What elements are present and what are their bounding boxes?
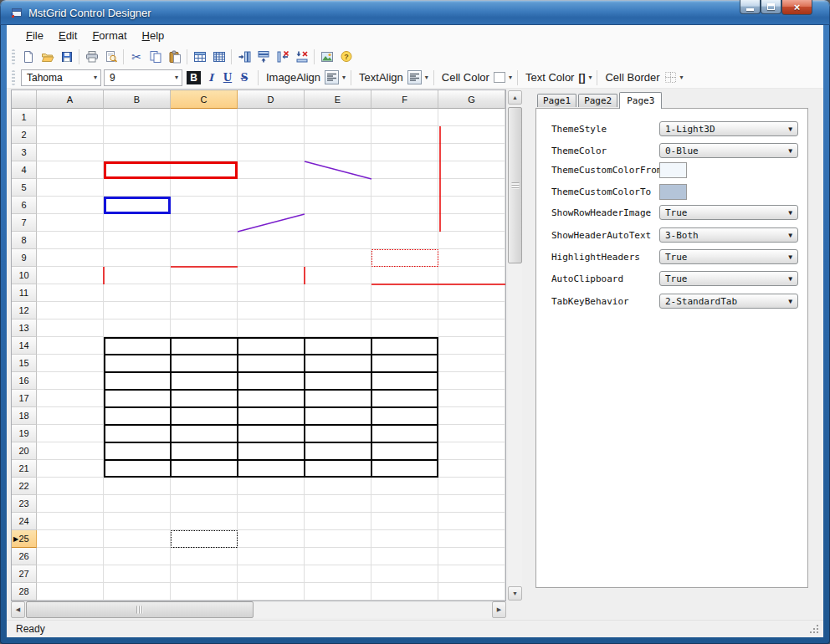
grid-cell-G5[interactable] — [438, 179, 505, 197]
grid-cell-D9[interactable] — [238, 249, 305, 267]
grid-cell-B12[interactable] — [104, 302, 171, 319]
row-header-22[interactable]: 22 — [12, 478, 37, 495]
grid-cell-A28[interactable] — [37, 583, 104, 601]
grid-cell-B22[interactable] — [104, 478, 171, 495]
grid-cell-E23[interactable] — [305, 495, 371, 513]
column-header-C[interactable]: C — [171, 90, 238, 109]
grid-cell-A14[interactable] — [37, 337, 104, 355]
vertical-scroll-thumb[interactable] — [508, 107, 522, 263]
cell-color-button[interactable]: ▾ — [494, 72, 512, 83]
row-header-20[interactable]: 20 — [12, 442, 37, 460]
grid-cell-G26[interactable] — [438, 548, 505, 565]
grid-cell-G2[interactable] — [438, 126, 505, 144]
toolbar-grip[interactable] — [12, 49, 15, 64]
vertical-scrollbar[interactable]: ▲ ▼ — [508, 90, 522, 601]
grid-cell-E10[interactable] — [305, 267, 371, 284]
grid-cell-G19[interactable] — [438, 425, 505, 442]
grid-cell-C7[interactable] — [171, 214, 238, 232]
ThemeCustomColorFrom-swatch[interactable] — [659, 162, 687, 178]
grid-cell-F1[interactable] — [371, 109, 438, 126]
scroll-up-button[interactable]: ▲ — [508, 90, 522, 105]
ShowRowHeaderImage-dropdown[interactable]: True▼ — [659, 205, 798, 220]
grid-cell-G14[interactable] — [438, 337, 505, 355]
grid-cell-G7[interactable] — [438, 214, 505, 232]
grid-cell-C9[interactable] — [171, 249, 238, 267]
grid-cell-F21[interactable] — [371, 460, 438, 478]
maximize-button[interactable] — [761, 0, 781, 14]
grid-cell-G11[interactable] — [438, 284, 505, 302]
grid-cell-D19[interactable] — [238, 425, 305, 442]
grid-cell-D24[interactable] — [238, 513, 305, 530]
HighlightHeaders-dropdown[interactable]: True▼ — [659, 249, 798, 264]
grid-cell-D18[interactable] — [238, 407, 305, 425]
grid-cell-F10[interactable] — [371, 267, 438, 284]
image-align-button[interactable]: ▾ — [325, 70, 346, 84]
row-header-23[interactable]: 23 — [12, 495, 37, 513]
grid-cell-F9[interactable] — [371, 249, 438, 267]
row-header-5[interactable]: 5 — [12, 179, 37, 197]
help-button[interactable]: ? — [336, 48, 356, 66]
grid-cell-C13[interactable] — [171, 319, 238, 337]
grid-cell-B1[interactable] — [104, 109, 171, 126]
row-header-19[interactable]: 19 — [12, 425, 37, 442]
cell-border-button[interactable]: ▾ — [664, 71, 684, 84]
grid-cell-F4[interactable] — [371, 161, 438, 179]
menu-file[interactable]: File — [18, 27, 51, 44]
print-preview-button[interactable] — [101, 48, 120, 66]
grid-cell-D6[interactable] — [238, 197, 305, 214]
ThemeStyle-dropdown[interactable]: 1-Light3D▼ — [659, 121, 798, 136]
insert-column-button[interactable] — [234, 48, 254, 66]
grid-cell-F7[interactable] — [371, 214, 438, 232]
horizontal-scrollbar[interactable]: ◀ ▶ — [11, 601, 506, 618]
grid-cell-C16[interactable] — [171, 372, 238, 390]
resize-grip[interactable] — [809, 624, 819, 634]
grid-cell-C10[interactable] — [171, 267, 238, 284]
grid-cell-F3[interactable] — [371, 144, 438, 161]
grid-cell-C18[interactable] — [171, 407, 238, 425]
grid-cell-A24[interactable] — [37, 513, 104, 530]
grid-cell-E28[interactable] — [305, 583, 371, 601]
grid-cell-B2[interactable] — [104, 126, 171, 144]
grid-cell-C2[interactable] — [171, 126, 238, 144]
grid-cell-A11[interactable] — [37, 284, 104, 302]
grid-cell-B23[interactable] — [104, 495, 171, 513]
grid-cell-F14[interactable] — [371, 337, 438, 355]
text-align-button[interactable]: ▾ — [407, 70, 428, 84]
grid-cell-D13[interactable] — [238, 319, 305, 337]
row-header-27[interactable]: 27 — [12, 565, 37, 583]
grid-cell-G17[interactable] — [438, 390, 505, 407]
minimize-button[interactable] — [740, 0, 761, 14]
row-header-7[interactable]: 7 — [12, 214, 37, 232]
grid-cell-B7[interactable] — [104, 214, 171, 232]
grid-cell-D7[interactable] — [238, 214, 305, 232]
grid-cell-F5[interactable] — [371, 179, 438, 197]
AutoClipboard-dropdown[interactable]: True▼ — [659, 271, 798, 286]
grid-cell-A23[interactable] — [37, 495, 104, 513]
grid-cell-B27[interactable] — [104, 565, 171, 583]
grid-cell-D2[interactable] — [238, 126, 305, 144]
row-header-11[interactable]: 11 — [12, 284, 37, 302]
grid-cell-F6[interactable] — [371, 197, 438, 214]
grid-cell-B3[interactable] — [104, 144, 171, 161]
grid-cell-B25[interactable] — [104, 530, 171, 548]
copy-button[interactable] — [146, 48, 165, 66]
row-header-15[interactable]: 15 — [12, 355, 37, 372]
title-bar[interactable]: MstGrid Control Designer × — [0, 0, 830, 25]
grid-cell-C5[interactable] — [171, 179, 238, 197]
grid-cell-C1[interactable] — [171, 109, 238, 126]
grid-cell-D5[interactable] — [238, 179, 305, 197]
grid-cell-G23[interactable] — [438, 495, 505, 513]
insert-row-button[interactable] — [254, 48, 273, 66]
grid-cell-E27[interactable] — [305, 565, 371, 583]
grid-cell-D22[interactable] — [238, 478, 305, 495]
grid-cell-D25[interactable] — [238, 530, 305, 548]
grid-cell-C21[interactable] — [171, 460, 238, 478]
grid-cell-C17[interactable] — [171, 390, 238, 407]
grid-cell-D12[interactable] — [238, 302, 305, 319]
grid-cell-F20[interactable] — [371, 442, 438, 460]
grid-cell-D26[interactable] — [238, 548, 305, 565]
grid-cell-A22[interactable] — [37, 478, 104, 495]
grid-cell-B28[interactable] — [104, 583, 171, 601]
row-header-4[interactable]: 4 — [12, 161, 37, 179]
menu-format[interactable]: Format — [85, 27, 134, 44]
